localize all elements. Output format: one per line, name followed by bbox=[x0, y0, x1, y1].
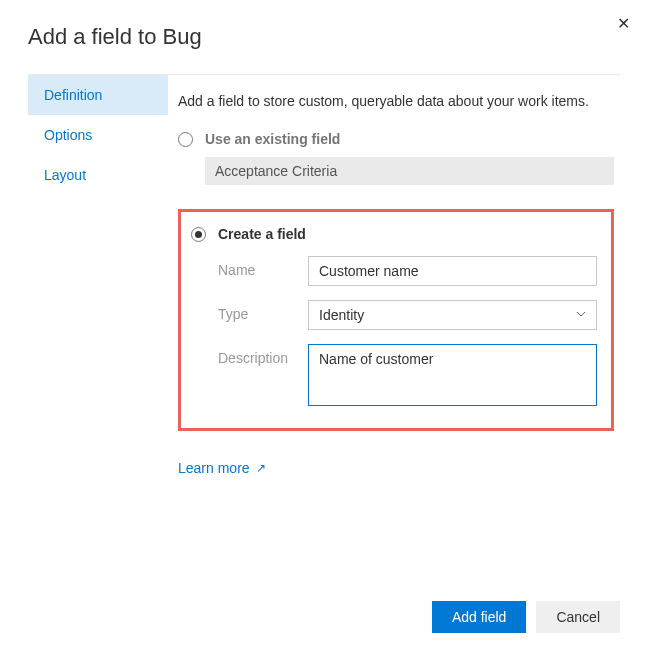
existing-field-row bbox=[205, 157, 614, 185]
dialog-footer: Add field Cancel bbox=[432, 601, 620, 633]
cancel-button[interactable]: Cancel bbox=[536, 601, 620, 633]
sidebar: Definition Options Layout bbox=[28, 75, 168, 477]
existing-field-input[interactable] bbox=[205, 157, 614, 185]
type-select-wrap: Identity bbox=[308, 300, 597, 330]
description-input[interactable] bbox=[308, 344, 597, 406]
existing-field-label: Use an existing field bbox=[205, 131, 340, 147]
external-link-icon: ↗ bbox=[256, 461, 266, 475]
close-button[interactable]: ✕ bbox=[617, 14, 630, 33]
name-row: Name bbox=[218, 256, 597, 286]
learn-more-text: Learn more bbox=[178, 460, 250, 476]
description-row: Description bbox=[218, 344, 597, 406]
intro-text: Add a field to store custom, queryable d… bbox=[178, 93, 614, 109]
close-icon: ✕ bbox=[617, 15, 630, 32]
add-field-dialog: ✕ Add a field to Bug Definition Options … bbox=[0, 0, 648, 655]
main-panel: Add a field to store custom, queryable d… bbox=[168, 75, 620, 477]
create-field-section: Create a field Name Type Identity bbox=[178, 209, 614, 431]
description-label: Description bbox=[218, 344, 308, 366]
type-select[interactable]: Identity bbox=[308, 300, 597, 330]
type-row: Type Identity bbox=[218, 300, 597, 330]
nav-layout[interactable]: Layout bbox=[28, 155, 168, 195]
existing-field-option[interactable]: Use an existing field bbox=[178, 131, 614, 147]
type-label: Type bbox=[218, 300, 308, 322]
nav-options[interactable]: Options bbox=[28, 115, 168, 155]
radio-selected-icon bbox=[191, 227, 206, 242]
radio-unselected-icon bbox=[178, 132, 193, 147]
learn-more-link[interactable]: Learn more ↗ bbox=[178, 460, 266, 476]
dialog-title: Add a field to Bug bbox=[28, 24, 620, 50]
add-field-button[interactable]: Add field bbox=[432, 601, 526, 633]
dialog-body: Definition Options Layout Add a field to… bbox=[28, 75, 620, 477]
name-input[interactable] bbox=[308, 256, 597, 286]
create-field-option[interactable]: Create a field bbox=[191, 226, 597, 242]
name-label: Name bbox=[218, 256, 308, 278]
nav-definition[interactable]: Definition bbox=[28, 75, 168, 115]
create-field-label: Create a field bbox=[218, 226, 306, 242]
